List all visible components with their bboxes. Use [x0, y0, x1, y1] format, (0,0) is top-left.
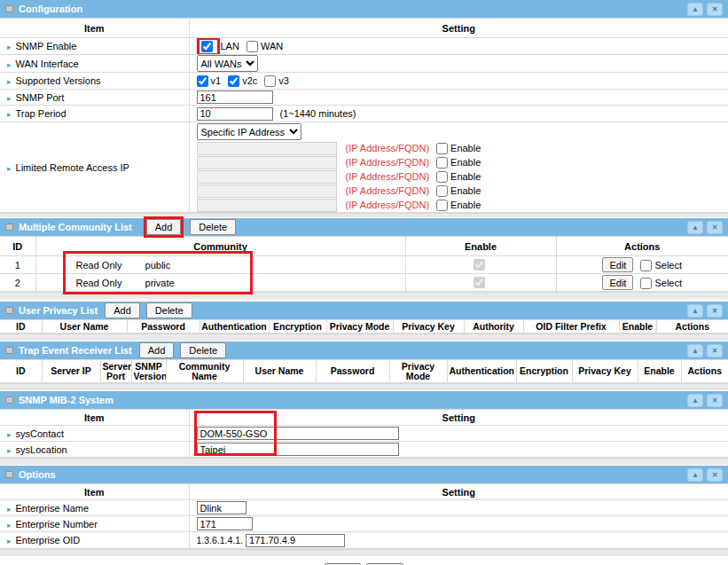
enterprise-name-input[interactable] — [197, 501, 247, 514]
section-user-privacy-list: User Privacy List Add Delete ▲ ✕ ID User… — [0, 302, 728, 341]
window-icon — [5, 396, 13, 404]
remote-ip-enable-checkbox-4[interactable] — [436, 185, 448, 197]
collapse-icon[interactable]: ▲ — [687, 468, 703, 482]
table-row: ▸SNMP Enable LAN WAN — [0, 38, 728, 55]
enable-label: Enable — [450, 157, 481, 168]
enable-label: Enable — [450, 200, 481, 210]
row-label-supported-versions: Supported Versions — [16, 75, 101, 86]
community-table: ID Community Enable Actions 1 Read Only … — [0, 236, 728, 292]
delete-button[interactable]: Delete — [180, 342, 226, 358]
window-icon — [5, 307, 13, 314]
enterprise-number-input[interactable] — [197, 517, 253, 530]
remote-ip-enable-checkbox-3[interactable] — [436, 171, 448, 183]
lan-checkbox[interactable] — [201, 41, 213, 52]
trap-period-hint: (1~1440 minutes) — [280, 108, 356, 119]
section-header-options: Options ▲ ✕ — [0, 466, 728, 483]
column-header-item: Item — [0, 484, 189, 500]
column-header: User Name — [42, 320, 127, 334]
section-header-multiple-community-list: Multiple Community List Add Delete ▲ ✕ — [0, 218, 728, 236]
edit-button[interactable]: Edit — [602, 257, 633, 272]
column-header: Privacy Key — [393, 320, 464, 334]
snmp-port-input[interactable] — [197, 90, 273, 104]
column-header: Enable — [619, 320, 656, 334]
remote-ip-row: (IP Address/FQDN) Enable — [197, 169, 728, 184]
table-row: ▸sysContact — [0, 426, 728, 442]
section-title: Multiple Community List — [19, 222, 132, 232]
v2c-label: v2c — [242, 75, 257, 86]
wan-interface-select[interactable]: All WANs — [197, 55, 258, 72]
remote-ip-row: (IP Address/FQDN) Enable — [197, 198, 728, 212]
v3-checkbox[interactable] — [264, 75, 276, 87]
bullet-icon: ▸ — [7, 164, 12, 173]
column-header: Encryption — [516, 360, 572, 383]
section-header-configuration: Configuration ▲ ✕ — [0, 0, 728, 18]
table-row: ▸Enterprise OID 1.3.6.1.4.1. — [0, 532, 728, 549]
remote-access-mode-select[interactable]: Specific IP Address — [197, 123, 301, 140]
bullet-icon: ▸ — [7, 430, 12, 439]
trap-event-table: ID Server IP Server Port SNMP Version Co… — [0, 359, 728, 383]
bullet-icon: ▸ — [7, 60, 12, 69]
syscontact-input[interactable] — [197, 427, 399, 440]
remote-ip-row: (IP Address/FQDN) Enable — [197, 155, 728, 169]
close-icon[interactable]: ✕ — [707, 394, 723, 407]
section-title: SNMP MIB-2 System — [19, 395, 114, 405]
close-icon[interactable]: ✕ — [707, 304, 723, 318]
edit-button[interactable]: Edit — [602, 275, 633, 290]
collapse-icon[interactable]: ▲ — [687, 344, 703, 357]
ip-hint: (IP Address/FQDN) — [346, 143, 430, 153]
column-header: Encryption — [269, 320, 326, 334]
column-header: Community Name — [166, 360, 243, 383]
window-icon — [5, 5, 13, 12]
column-header: Actions — [556, 237, 728, 256]
select-checkbox[interactable] — [640, 278, 652, 289]
close-icon[interactable]: ✕ — [707, 344, 723, 357]
remote-ip-input-5 — [197, 199, 337, 212]
v1-checkbox[interactable] — [197, 75, 208, 87]
v2c-checkbox[interactable] — [228, 75, 239, 87]
remote-ip-row: (IP Address/FQDN) Enable — [197, 184, 728, 198]
add-button[interactable]: Add — [139, 342, 175, 358]
close-icon[interactable]: ✕ — [707, 221, 723, 234]
remote-ip-input-2 — [197, 156, 337, 169]
table-row: ▸WAN Interface All WANs — [0, 55, 728, 73]
select-checkbox[interactable] — [640, 260, 652, 271]
wan-checkbox[interactable] — [247, 41, 258, 52]
section-title: Configuration — [19, 4, 82, 14]
trap-period-input[interactable] — [197, 107, 273, 121]
remote-ip-enable-checkbox-2[interactable] — [436, 157, 448, 169]
delete-button[interactable]: Delete — [190, 219, 236, 235]
table-row: ▸Enterprise Number — [0, 516, 728, 532]
ip-hint: (IP Address/FQDN) — [346, 157, 430, 168]
close-icon[interactable]: ✕ — [707, 3, 723, 16]
collapse-icon[interactable]: ▲ — [687, 304, 703, 318]
section-snmp-mib2-system: SNMP MIB-2 System ▲ ✕ Item Setting ▸sysC… — [0, 391, 728, 465]
community-enable-checkbox — [474, 277, 485, 288]
add-button[interactable]: Add — [105, 302, 140, 318]
close-icon[interactable]: ✕ — [707, 468, 723, 482]
wan-label: WAN — [261, 41, 283, 51]
row-label-snmp-port: SNMP Port — [16, 92, 65, 103]
section-footer-strip — [0, 549, 728, 556]
syslocation-input[interactable] — [197, 443, 399, 456]
table-row: ▸sysLocation — [0, 442, 728, 458]
delete-button[interactable]: Delete — [146, 302, 192, 318]
column-header: Server IP — [42, 360, 100, 383]
collapse-icon[interactable]: ▲ — [687, 3, 703, 16]
remote-ip-enable-checkbox-5[interactable] — [436, 200, 448, 211]
user-privacy-table: ID User Name Password Authentication Enc… — [0, 319, 728, 334]
column-header: ID — [0, 360, 42, 383]
column-header: Server Port — [100, 360, 131, 383]
community-id: 2 — [0, 274, 35, 292]
bullet-icon: ▸ — [7, 43, 12, 51]
add-button[interactable]: Add — [146, 219, 182, 235]
remote-ip-enable-checkbox-1[interactable] — [436, 143, 448, 154]
collapse-icon[interactable]: ▲ — [687, 394, 703, 407]
community-name: private — [145, 278, 175, 288]
column-header: Authentication — [447, 360, 516, 383]
section-configuration: Configuration ▲ ✕ Item Setting ▸SNMP Ena… — [0, 0, 728, 217]
collapse-icon[interactable]: ▲ — [687, 221, 703, 234]
row-label-limited-remote: Limited Remote Access IP — [16, 162, 129, 173]
section-header-trap-event-receiver-list: Trap Event Receiver List Add Delete ▲ ✕ — [0, 341, 728, 359]
row-label-enterprise-number: Enterprise Number — [16, 519, 98, 530]
enterprise-oid-input[interactable] — [246, 534, 345, 547]
